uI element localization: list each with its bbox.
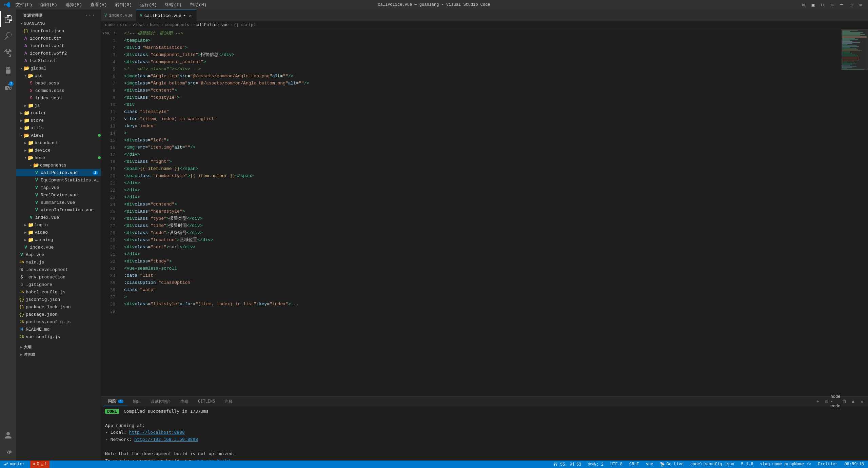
restore-button[interactable]: ❐: [848, 1, 854, 8]
panel-tab-comments[interactable]: 注释: [220, 397, 237, 406]
tree-item-map-vue[interactable]: V map.vue: [16, 184, 101, 191]
tree-item-videoinformation-vue[interactable]: V videoInformation.vue: [16, 206, 101, 214]
breadcrumb-components[interactable]: components: [165, 23, 189, 27]
tab-index-vue[interactable]: V index.vue: [101, 9, 136, 21]
tree-item-index-vue-views[interactable]: V index.vue: [16, 243, 101, 251]
tree-item-readme[interactable]: M README.md: [16, 326, 101, 333]
panel-tab-problems[interactable]: 问题 1: [104, 397, 127, 406]
tree-item-common-scss[interactable]: S common.scss: [16, 87, 101, 94]
tree-item-lcdstd[interactable]: A LcdStd.otf: [16, 57, 101, 64]
tree-folder-views[interactable]: ▾ 📂 views: [16, 132, 101, 139]
menu-run[interactable]: 运行(R): [137, 1, 159, 8]
line-ending-item[interactable]: CRLF: [628, 461, 640, 468]
tree-item-babel[interactable]: JS babel.config.js: [16, 288, 101, 296]
tree-item-index-scss[interactable]: S index.scss: [16, 94, 101, 102]
tree-item-env-dev[interactable]: $ .env.development: [16, 266, 101, 273]
tree-folder-home[interactable]: ▾ 📂 home: [16, 154, 101, 161]
encoding-item[interactable]: UTF-8: [609, 461, 624, 468]
go-live-item[interactable]: 📡 Go Live: [658, 461, 685, 468]
activity-extensions[interactable]: 2: [0, 79, 16, 95]
activity-account[interactable]: [0, 427, 16, 444]
tree-folder-video[interactable]: ▶ 📁 video: [16, 229, 101, 236]
tree-folder-utils[interactable]: ▶ 📁 utils: [16, 124, 101, 132]
activity-explorer[interactable]: [0, 11, 16, 27]
tree-section-outline[interactable]: ▶ 大纲: [16, 343, 101, 351]
breadcrumb-section[interactable]: {} script: [234, 23, 256, 27]
tree-item-iconfont-woff2[interactable]: A iconfont.woff2: [16, 50, 101, 57]
breadcrumb-src[interactable]: src: [120, 23, 127, 27]
local-url[interactable]: http://localhost:8888: [129, 430, 184, 435]
prettier-item[interactable]: Prettier: [817, 461, 839, 468]
tree-folder-css[interactable]: ▾ 📂 css: [16, 72, 101, 79]
activity-search[interactable]: [0, 28, 16, 44]
panel-maximize-button[interactable]: ▲: [850, 398, 856, 405]
tree-item-summarize-vue[interactable]: V summarize.vue: [16, 199, 101, 206]
close-button[interactable]: ✕: [857, 1, 864, 8]
panel-split-button[interactable]: ⊟: [823, 398, 830, 405]
tree-item-postcss[interactable]: JS postcss.config.js: [16, 318, 101, 326]
jsconfig-item[interactable]: code\jsconfig.json: [689, 461, 736, 468]
tree-folder-login[interactable]: ▶ 📁 login: [16, 221, 101, 229]
activity-debug[interactable]: [0, 62, 16, 78]
tree-folder-warning[interactable]: ▶ 📁 warning: [16, 236, 101, 243]
tree-item-realdevice-vue[interactable]: V RealDevice.vue: [16, 191, 101, 199]
tree-item-iconfont-json[interactable]: {} iconfont.json: [16, 27, 101, 35]
code-editor[interactable]: <!-- 报警统计，雷达图 --> <template> <div id="Wa…: [119, 29, 841, 396]
tree-item-callpolice-vue[interactable]: V callPolice.vue 1: [16, 169, 101, 176]
breadcrumb-home[interactable]: home: [150, 23, 160, 27]
tree-item-jsconfig[interactable]: {} jsconfig.json: [16, 296, 101, 303]
panel-add-button[interactable]: +: [814, 398, 821, 405]
tree-item-base-scss[interactable]: S base.scss: [16, 79, 101, 87]
tree-item-app-vue[interactable]: V App.vue: [16, 251, 101, 258]
panel-close-button[interactable]: ✕: [859, 398, 865, 405]
layout4-icon[interactable]: ⊞: [829, 1, 835, 8]
layout-icon[interactable]: ⊞: [800, 1, 807, 8]
tree-folder-router[interactable]: ▶ 📁 router: [16, 109, 101, 117]
menu-file[interactable]: 文件(F): [13, 1, 35, 8]
tree-item-package-json[interactable]: {} package.json: [16, 311, 101, 318]
tree-item-package-lock[interactable]: {} package-lock.json: [16, 303, 101, 311]
menu-terminal[interactable]: 终端(T): [162, 1, 184, 8]
errors-item[interactable]: ⊗ 0 ⚠ 1: [30, 461, 50, 468]
network-url[interactable]: http://192.168.3.59:8888: [134, 437, 198, 442]
menu-edit[interactable]: 编辑(E): [38, 1, 60, 8]
tree-folder-broadcast[interactable]: ▶ 📁 broadcast: [16, 139, 101, 147]
menu-goto[interactable]: 转到(G): [113, 1, 135, 8]
menu-view[interactable]: 查看(V): [87, 1, 110, 8]
tree-folder-js[interactable]: ▶ 📁 js: [16, 102, 101, 109]
tree-folder-store[interactable]: ▶ 📁 store: [16, 117, 101, 124]
breadcrumb-file[interactable]: callPolice.vue: [194, 23, 229, 27]
tree-folder-device[interactable]: ▶ 📁 device: [16, 147, 101, 154]
panel-tab-debug[interactable]: 调试控制台: [146, 397, 175, 406]
layout3-icon[interactable]: ⊟: [819, 1, 826, 8]
spaces-item[interactable]: 空格: 2: [587, 461, 605, 468]
menu-help[interactable]: 帮助(H): [187, 1, 209, 8]
tree-folder-components[interactable]: ▾ 📂 components: [16, 161, 101, 169]
tree-section-timeline[interactable]: ▶ 时间线: [16, 351, 101, 358]
activity-git[interactable]: [0, 45, 16, 61]
tree-item-iconfont-ttf[interactable]: A iconfont.ttf: [16, 35, 101, 42]
build-command[interactable]: npm run build: [195, 458, 230, 461]
panel-tab-output[interactable]: 输出: [129, 397, 145, 406]
panel-trash-button[interactable]: 🗑: [841, 398, 848, 405]
activity-settings[interactable]: [0, 444, 16, 461]
git-branch-item[interactable]: master: [3, 461, 26, 468]
tree-item-main-js[interactable]: JS main.js: [16, 258, 101, 266]
tree-item-vue-config[interactable]: JS vue.config.js: [16, 333, 101, 340]
tree-item-index-vue-home[interactable]: V index.vue: [16, 214, 101, 221]
tree-root[interactable]: ▾ GUANLANG: [16, 20, 101, 27]
eslint-version[interactable]: 5.1.6: [740, 461, 755, 468]
tree-item-iconfont-woff[interactable]: A iconfont.woff: [16, 42, 101, 50]
tree-folder-global[interactable]: ▾ 📂 global: [16, 64, 101, 72]
tab-close-button[interactable]: ✕: [188, 13, 193, 18]
menu-select[interactable]: 选择(S): [63, 1, 85, 8]
tag-name-item[interactable]: <tag-name propName />: [759, 461, 813, 468]
panel-content[interactable]: DONE Compiled successfully in 17373ms Ap…: [101, 407, 868, 461]
breadcrumb-views[interactable]: views: [133, 23, 145, 27]
panel-tab-terminal[interactable]: 终端: [176, 397, 193, 406]
tab-callpolice-vue[interactable]: V callPolice.vue ● ✕: [136, 9, 197, 21]
language-item[interactable]: vue: [645, 461, 655, 468]
cursor-position[interactable]: 行 55, 列 53: [552, 461, 583, 468]
minimize-button[interactable]: ─: [838, 1, 845, 8]
layout2-icon[interactable]: ▣: [810, 1, 816, 8]
